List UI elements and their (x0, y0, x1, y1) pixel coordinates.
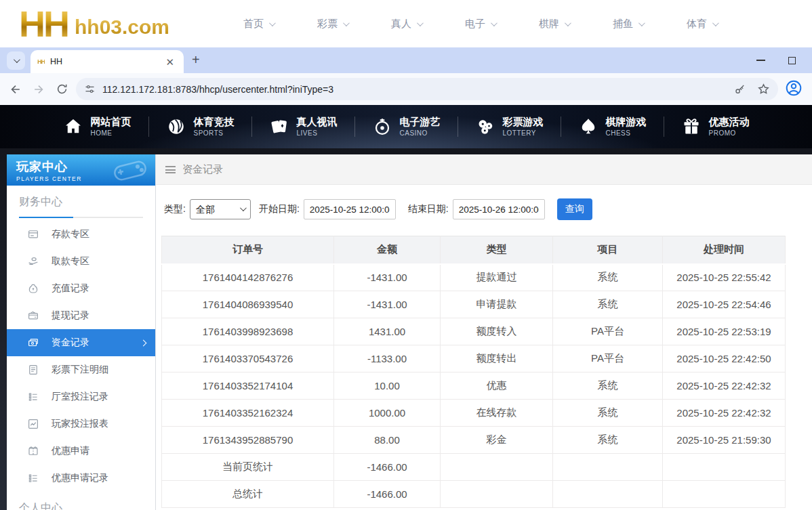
table-row: 1761403352174104 10.00 优惠 系统 2025-10-25 … (162, 373, 786, 400)
new-tab-button[interactable]: + (192, 52, 200, 68)
end-date-input[interactable] (453, 199, 545, 219)
browser-tab[interactable]: HH HH ✕ (31, 50, 184, 73)
logo-text: HH (19, 7, 68, 41)
site-logo[interactable]: HH hh03.com (19, 7, 169, 41)
cell-process-time: 2025-10-25 22:54:46 (663, 291, 786, 318)
nav-sports[interactable]: 体育 (687, 18, 717, 30)
game-nav-lottery[interactable]: 彩票游戏LOTTERY (458, 116, 561, 137)
col-amount: 金额 (334, 236, 441, 264)
window-minimize-button[interactable] (756, 60, 765, 61)
cell-amount: 1431.00 (334, 318, 441, 345)
game-nav-zh: 优惠活动 (709, 116, 750, 129)
reload-button[interactable] (50, 78, 73, 101)
player-report-icon (27, 418, 39, 430)
chevron-down-icon (269, 20, 276, 26)
url-text: 112.121.172.181:8783/hhcp/usercenter.htm… (102, 84, 734, 95)
col-order-no: 订单号 (162, 236, 334, 264)
start-date-input[interactable] (304, 199, 396, 219)
game-nav-home[interactable]: 网站首页HOME (46, 116, 148, 137)
cards-icon (269, 116, 289, 137)
tab-search-button[interactable] (7, 51, 25, 70)
game-nav-zh: 彩票游戏 (503, 116, 544, 129)
sidebar: 玩家中心 PLAYERS CENTER 财务中心 存款专区 取款专区 充值记录 … (7, 154, 156, 510)
sidebar-item-recharge-record[interactable]: 充值记录 (7, 275, 155, 302)
back-button[interactable] (4, 78, 27, 101)
nav-home[interactable]: 首页 (243, 18, 274, 30)
sidebar-item-room-bet-record[interactable]: 厅室投注记录 (7, 383, 155, 410)
type-label: 类型: (164, 203, 186, 215)
cell-type: 额度转出 (441, 345, 553, 373)
cell-order-no: 1761404142876276 (162, 264, 334, 291)
chevron-down-icon (417, 20, 424, 26)
sidebar-item-funds-record[interactable]: 资金记录 (7, 329, 155, 356)
site-info-icon[interactable] (84, 83, 96, 95)
nav-lottery[interactable]: 彩票 (317, 18, 348, 30)
home-icon (63, 116, 83, 137)
cell-project: 系统 (553, 291, 663, 318)
nav-label: 彩票 (317, 18, 338, 30)
sidebar-item-player-bet-report[interactable]: 玩家投注报表 (7, 410, 155, 438)
cell-process-time: 2025-10-25 22:42:32 (663, 400, 786, 427)
game-nav-lives[interactable]: 真人视讯LIVES (252, 116, 354, 137)
forward-button[interactable] (27, 78, 50, 101)
game-nav-chess[interactable]: 棋牌游戏CHESS (561, 116, 664, 137)
room-bet-icon (27, 391, 39, 403)
sidebar-item-withdraw-zone[interactable]: 取款专区 (7, 248, 155, 275)
sidebar-item-deposit-zone[interactable]: 存款专区 (7, 221, 155, 248)
cell-process-time: 2025-10-25 21:59:30 (663, 427, 786, 454)
game-nav-promo[interactable]: 优惠活动PROMO (664, 116, 767, 137)
game-nav-en: PROMO (709, 129, 750, 137)
nav-label: 棋牌 (539, 18, 559, 30)
breadcrumb: 资金记录 (156, 154, 812, 185)
bookmark-star-icon[interactable] (757, 83, 770, 95)
chevron-down-icon (712, 20, 719, 26)
nav-live[interactable]: 真人 (391, 18, 422, 30)
lottery-bet-icon (27, 364, 39, 376)
breadcrumb-label: 资金记录 (182, 163, 223, 176)
withdraw-icon (27, 255, 39, 268)
nav-label: 电子 (465, 18, 485, 30)
address-bar[interactable]: 112.121.172.181:8783/hhcp/usercenter.htm… (76, 78, 778, 100)
hamburger-icon[interactable] (165, 166, 176, 173)
reload-icon (56, 83, 68, 95)
browser-toolbar: 112.121.172.181:8783/hhcp/usercenter.htm… (0, 73, 812, 105)
tab-close-icon[interactable]: ✕ (163, 56, 177, 68)
sidebar-item-withdrawal-record[interactable]: 提现记录 (7, 302, 155, 329)
main-content: 资金记录 类型: 全部 开始日期: 结束日期: 查询 (156, 154, 812, 510)
game-nav-zh: 棋牌游戏 (606, 116, 647, 129)
finance-section-title: 财务中心 (19, 195, 143, 211)
cell-type: 提款通过 (441, 264, 553, 291)
game-nav-en: SPORTS (194, 129, 235, 137)
sidebar-item-promo-apply[interactable]: 优惠申请 (7, 438, 155, 465)
cell-project: 系统 (553, 427, 663, 454)
game-nav-en: LOTTERY (503, 129, 544, 137)
table-summary-row: 当前页统计 -1466.00 (162, 454, 786, 481)
sidebar-item-promo-apply-record[interactable]: 优惠申请记录 (7, 465, 155, 492)
search-button[interactable]: 查询 (557, 198, 592, 220)
profile-avatar-icon[interactable] (785, 79, 803, 100)
game-nav-zh: 体育竞技 (194, 116, 235, 129)
sidebar-item-label: 彩票下注明细 (52, 364, 108, 376)
chevron-down-icon (565, 20, 571, 26)
nav-slots[interactable]: 电子 (465, 18, 495, 30)
table-row: 1761343952885790 88.00 彩金 系统 2025-10-25 … (162, 427, 786, 454)
password-key-icon[interactable] (734, 83, 746, 95)
game-nav-casino[interactable]: 电子游艺CASINO (355, 116, 458, 137)
game-nav-sports[interactable]: 体育竞技SPORTS (149, 116, 251, 137)
back-arrow-icon (9, 83, 22, 96)
filter-bar: 类型: 全部 开始日期: 结束日期: 查询 (161, 198, 812, 220)
nav-chess[interactable]: 棋牌 (539, 18, 569, 30)
cell-type: 彩金 (441, 427, 553, 454)
game-nav-zh: 网站首页 (91, 116, 131, 129)
withdrawal-record-icon (27, 310, 39, 322)
sidebar-item-lottery-bet-detail[interactable]: 彩票下注明细 (7, 356, 155, 383)
nav-fishing[interactable]: 捕鱼 (613, 18, 643, 30)
gift-icon (681, 116, 702, 137)
sidebar-item-label: 提现记录 (52, 310, 89, 322)
window-maximize-button[interactable] (788, 57, 796, 64)
sports-ball-icon (166, 116, 186, 137)
type-select-wrap: 全部 (190, 199, 251, 219)
end-date-label: 结束日期: (408, 203, 449, 215)
cell-amount: 10.00 (334, 373, 441, 400)
cell-order-no: 1761404086939540 (162, 291, 334, 318)
